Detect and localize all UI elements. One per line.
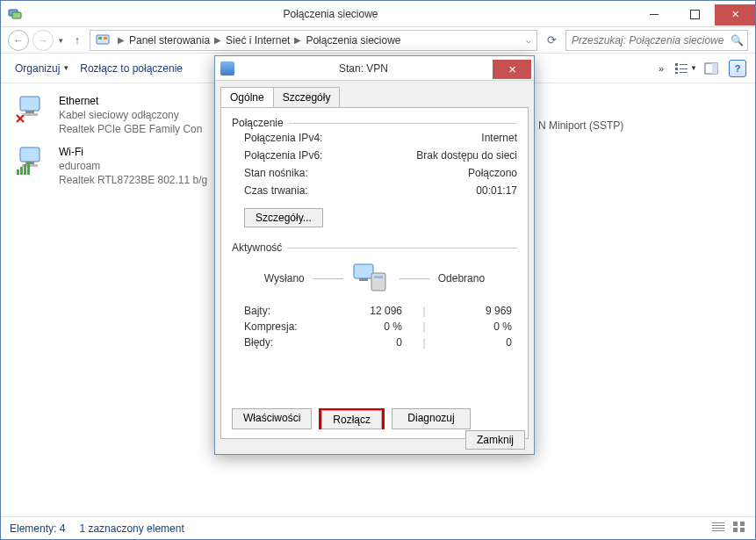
close-button[interactable] <box>715 4 755 25</box>
breadcrumb-item[interactable]: Sieć i Internet <box>226 34 290 47</box>
svg-rect-12 <box>712 63 717 74</box>
svg-rect-29 <box>740 522 745 526</box>
connection-status: eduroam <box>59 159 207 173</box>
minimize-button[interactable] <box>634 4 674 25</box>
svg-rect-26 <box>712 528 724 529</box>
svg-rect-24 <box>712 522 724 523</box>
activity-table: Bajty:12 096|9 969 Kompresja:0 %|0 % Błę… <box>232 303 517 350</box>
svg-rect-22 <box>24 164 26 175</box>
svg-rect-23 <box>27 162 30 175</box>
search-input[interactable] <box>570 33 731 47</box>
tab-general[interactable]: Ogólne <box>220 87 274 108</box>
vpn-status-dialog: Stan: VPN Ogólne Szczegóły Połączenie Po… <box>214 55 535 455</box>
view-options-button[interactable] <box>673 60 690 77</box>
network-connections-icon <box>8 7 22 21</box>
up-button[interactable]: ↑ <box>68 33 86 47</box>
dialog-footer: Zamknij <box>465 431 525 447</box>
search-icon[interactable]: 🔍 <box>731 34 744 47</box>
dialog-button-row: Właściwości Rozłącz Diagnozuj <box>232 408 471 429</box>
dialog-close-button[interactable] <box>493 60 531 79</box>
preview-pane-button[interactable] <box>702 60 720 77</box>
properties-button[interactable]: Właściwości <box>232 408 312 429</box>
svg-rect-3 <box>98 37 102 40</box>
maximize-button[interactable] <box>674 4 715 25</box>
svg-rect-28 <box>733 522 738 526</box>
history-dropdown[interactable]: ▾ <box>57 36 65 45</box>
group-connection: Połączenie <box>232 117 517 129</box>
vpn-icon <box>220 61 234 76</box>
connection-name: Ethernet <box>59 94 202 108</box>
row-ipv4: Połączenia IPv4:Internet <box>232 129 517 147</box>
disconnect-button[interactable]: Rozłącz <box>321 410 382 429</box>
disconnect-connection-button[interactable]: Rozłącz to połączenie <box>75 59 188 78</box>
organize-menu[interactable]: Organizuj ▼ <box>10 59 75 78</box>
svg-rect-5 <box>675 63 678 66</box>
partial-item-text: N Miniport (SSTP) <box>538 90 623 133</box>
tab-details[interactable]: Szczegóły <box>274 87 341 108</box>
chevron-down-icon[interactable]: ▼ <box>690 64 697 72</box>
sent-label: Wysłano <box>264 272 305 284</box>
connection-info: Wi-Fi eduroam Realtek RTL8723BE 802.11 b… <box>59 145 207 187</box>
status-element-count: Elementy: 4 <box>10 522 65 535</box>
control-panel-icon <box>96 33 110 47</box>
svg-rect-25 <box>712 525 724 526</box>
wifi-connected-icon <box>15 145 50 176</box>
svg-rect-7 <box>675 72 678 74</box>
group-activity-wrap: Aktywność Wysłano Odebrano <box>232 241 517 350</box>
dialog-title-bar: Stan: VPN <box>215 56 534 81</box>
svg-rect-1 <box>12 12 21 18</box>
activity-computers-icon <box>352 261 391 296</box>
connection-adapter: Realtek RTL8723BE 802.11 b/g <box>59 173 207 187</box>
recv-label: Odebrano <box>438 272 485 284</box>
svg-rect-8 <box>680 64 688 65</box>
address-bar-row: ← → ▾ ↑ ▶ Panel sterowania ▶ Sieć i Inte… <box>1 27 755 54</box>
row-duration: Czas trwania:00:01:17 <box>232 182 517 199</box>
dialog-title: Stan: VPN <box>234 62 493 75</box>
tab-strip: Ogólne Szczegóły <box>220 86 529 107</box>
organize-label: Organizuj <box>15 62 60 75</box>
refresh-button[interactable]: ⟳ <box>541 30 562 51</box>
svg-rect-17 <box>20 148 40 162</box>
large-icons-view-icon[interactable] <box>732 521 746 536</box>
chevron-down-icon[interactable]: ⌵ <box>526 35 536 45</box>
svg-rect-30 <box>733 528 738 532</box>
row-ipv6: Połączenia IPv6:Brak dostępu do sieci <box>232 147 517 164</box>
overflow-chevron-icon[interactable]: » <box>650 63 673 74</box>
window-title: Połączenia sieciowe <box>27 8 634 20</box>
title-bar: Połączenia sieciowe <box>1 1 755 27</box>
breadcrumb-item[interactable]: Panel sterowania <box>129 34 210 47</box>
svg-rect-6 <box>675 68 678 70</box>
svg-rect-4 <box>104 37 107 40</box>
connection-adapter: Realtek PCIe GBE Family Con <box>59 122 202 136</box>
svg-rect-27 <box>712 530 724 531</box>
svg-rect-33 <box>359 278 368 281</box>
disconnect-label: Rozłącz to połączenie <box>80 62 183 75</box>
connection-name: Wi-Fi <box>59 145 207 159</box>
svg-rect-31 <box>740 528 745 532</box>
disconnect-highlight: Rozłącz <box>319 408 385 429</box>
details-view-icon[interactable] <box>711 521 725 536</box>
row-media: Stan nośnika:Połączono <box>232 164 517 182</box>
forward-button[interactable]: → <box>32 30 54 51</box>
help-button[interactable]: ? <box>729 60 746 77</box>
chevron-right-icon: ▶ <box>210 35 226 45</box>
svg-rect-21 <box>20 167 23 175</box>
tab-page-general: Połączenie Połączenia IPv4:Internet Połą… <box>220 107 529 439</box>
back-button[interactable]: ← <box>8 30 29 51</box>
details-button[interactable]: Szczegóły... <box>244 208 323 227</box>
svg-rect-20 <box>17 169 19 175</box>
svg-rect-9 <box>680 68 688 69</box>
ethernet-disconnected-icon <box>15 94 50 126</box>
svg-rect-13 <box>20 97 40 111</box>
breadcrumb-bar[interactable]: ▶ Panel sterowania ▶ Sieć i Internet ▶ P… <box>90 30 537 51</box>
status-selection: 1 zaznaczony element <box>79 522 184 535</box>
connection-info: Ethernet Kabel sieciowy odłączony Realte… <box>59 94 202 136</box>
search-box[interactable]: 🔍 <box>565 30 748 51</box>
breadcrumb-item[interactable]: Połączenia sieciowe <box>306 34 400 47</box>
chevron-right-icon: ▶ <box>290 35 306 45</box>
diagnose-button[interactable]: Diagnozuj <box>392 408 471 429</box>
close-dialog-button[interactable]: Zamknij <box>465 430 525 450</box>
chevron-right-icon: ▶ <box>113 35 129 45</box>
explorer-window: Połączenia sieciowe ← → ▾ ↑ ▶ Panel ster… <box>0 0 756 540</box>
svg-rect-10 <box>680 72 688 73</box>
